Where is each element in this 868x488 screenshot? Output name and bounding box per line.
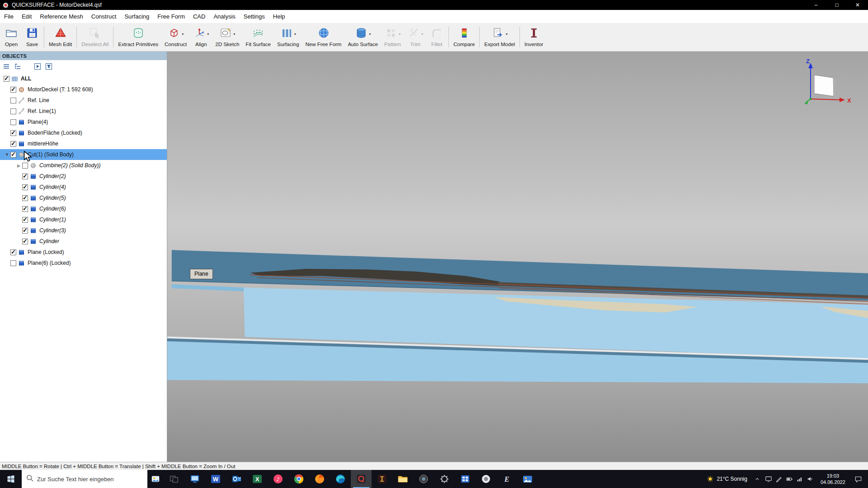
menu-construct[interactable]: Construct xyxy=(87,10,121,23)
checkbox-checked[interactable] xyxy=(22,206,28,212)
checkbox-checked[interactable] xyxy=(10,141,16,147)
taskbar-clock[interactable]: 19:03 04.06.2022 xyxy=(816,473,849,486)
tree-item-all[interactable]: ALL xyxy=(0,73,167,84)
checkbox-checked[interactable] xyxy=(22,239,28,244)
tree-item-ref-line[interactable]: Ref. Line xyxy=(0,95,167,106)
tree-item-cylinder-4[interactable]: Cylinder(4) xyxy=(0,182,167,192)
surfacing-button[interactable]: ▾Surfacing xyxy=(274,23,302,51)
save-button[interactable]: Save xyxy=(22,23,42,51)
menu-free-form[interactable]: Free Form xyxy=(153,10,189,23)
tree-item-plane-4[interactable]: Plane(4) xyxy=(0,117,167,127)
task-view-taskbar-button[interactable] xyxy=(164,470,184,488)
tree-item-ref-line-1[interactable]: Ref. Line(1) xyxy=(0,106,167,117)
list-view-icon[interactable] xyxy=(2,62,10,70)
excel-taskbar-button[interactable]: X xyxy=(247,470,268,488)
search-highlights-icon[interactable] xyxy=(147,470,164,488)
extract-primitives-button[interactable]: Extract Primitives xyxy=(115,23,161,51)
tree-item-cylinder-2[interactable]: Cylinder(2) xyxy=(0,171,167,182)
tree-item-bodenfläche-locked[interactable]: BodenFläche (Locked) xyxy=(0,127,167,138)
auto-surface-button[interactable]: ▾Auto Surface xyxy=(344,23,381,51)
minimize-button[interactable]: – xyxy=(806,0,826,10)
dropdown-arrow-icon[interactable]: ▾ xyxy=(207,32,209,36)
gear-app-taskbar-button[interactable] xyxy=(434,470,455,488)
tree-item-mittlerehöhe[interactable]: mittlereHöhe xyxy=(0,138,167,149)
menu-surfacing[interactable]: Surfacing xyxy=(120,10,153,23)
dark-circle-app-taskbar-button[interactable] xyxy=(413,470,434,488)
white-circle-app-taskbar-button[interactable] xyxy=(476,470,496,488)
checkbox-checked[interactable] xyxy=(10,130,16,136)
chrome-taskbar-button[interactable] xyxy=(288,470,309,488)
export-model-button[interactable]: ▾Export Model xyxy=(481,23,518,51)
word-taskbar-button[interactable]: W xyxy=(205,470,226,488)
inventor-app-taskbar-button[interactable] xyxy=(372,470,392,488)
orientation-triad[interactable]: Z X xyxy=(801,57,861,110)
tree-item-cylinder[interactable]: Cylinder xyxy=(0,236,167,247)
construct-button[interactable]: ▾Construct xyxy=(161,23,190,51)
plane-drag-label[interactable]: Plane xyxy=(190,269,213,279)
explorer-taskbar-button[interactable] xyxy=(392,470,413,488)
checkbox-checked[interactable] xyxy=(10,249,16,255)
menu-help[interactable]: Help xyxy=(269,10,289,23)
tree-item-cylinder-5[interactable]: Cylinder(5) xyxy=(0,192,167,203)
pen-icon[interactable] xyxy=(774,470,784,488)
tree-item-motordeckel-t-1-592-608[interactable]: MotorDeckel (T: 1 592 608) xyxy=(0,84,167,95)
checkbox-checked[interactable] xyxy=(22,217,28,223)
filter-icon[interactable] xyxy=(45,62,53,70)
expander-open-icon[interactable]: ▼ xyxy=(4,152,10,157)
taskbar-search[interactable] xyxy=(22,470,147,488)
blue-window-app-taskbar-button[interactable] xyxy=(455,470,476,488)
fit-surface-button[interactable]: Fit Surface xyxy=(242,23,274,51)
tree-item-plane-6-locked[interactable]: Plane(6) (Locked) xyxy=(0,258,167,268)
menu-cad[interactable]: CAD xyxy=(189,10,209,23)
expander-closed-icon[interactable]: ▶ xyxy=(15,163,22,168)
tree-item-cylinder-6[interactable]: Cylinder(6) xyxy=(0,203,167,214)
tree-item-cut-1-solid-body[interactable]: ▼Cut(1) (Solid Body) xyxy=(0,149,167,160)
checkbox-checked[interactable] xyxy=(4,76,9,82)
outlook-taskbar-button[interactable] xyxy=(226,470,247,488)
mesh-edit-button[interactable]: Mesh Edit xyxy=(46,23,75,51)
dropdown-arrow-icon[interactable]: ▾ xyxy=(294,32,296,36)
edge-taskbar-button[interactable] xyxy=(330,470,351,488)
menu-reference-mesh[interactable]: Reference Mesh xyxy=(36,10,87,23)
tree-item-plane-locked[interactable]: Plane (Locked) xyxy=(0,247,167,258)
music-taskbar-button[interactable]: ♪ xyxy=(268,470,288,488)
tray-chevron-up-icon[interactable] xyxy=(752,470,763,488)
compare-button[interactable]: Compare xyxy=(450,23,478,51)
open-button[interactable]: Open xyxy=(1,23,22,51)
start-button[interactable] xyxy=(0,470,22,488)
checkbox-checked[interactable] xyxy=(22,174,28,179)
checkbox-unchecked[interactable] xyxy=(10,119,16,125)
taskbar-weather[interactable]: 21°C Sonnig xyxy=(703,475,751,483)
2d-sketch-button[interactable]: ▾2D Sketch xyxy=(212,23,242,51)
dropdown-arrow-icon[interactable]: ▾ xyxy=(369,32,371,36)
dropdown-arrow-icon[interactable]: ▾ xyxy=(233,32,235,36)
maximize-button[interactable]: □ xyxy=(826,0,847,10)
tree-view-icon[interactable] xyxy=(14,62,22,70)
volume-icon[interactable] xyxy=(805,470,816,488)
search-input[interactable] xyxy=(37,476,143,483)
tree-item-cylinder-1[interactable]: Cylinder(1) xyxy=(0,214,167,225)
display-icon[interactable] xyxy=(764,470,774,488)
tree-item-combine-2-solid-body[interactable]: ▶Combine(2) (Solid Body)) xyxy=(0,160,167,171)
e-app-taskbar-button[interactable]: E xyxy=(496,470,517,488)
firefox-taskbar-button[interactable] xyxy=(309,470,330,488)
network-icon[interactable] xyxy=(795,470,805,488)
checkbox-checked[interactable] xyxy=(22,195,28,201)
new-free-form-button[interactable]: New Free Form xyxy=(302,23,345,51)
dropdown-arrow-icon[interactable]: ▾ xyxy=(182,32,184,36)
inventor-button[interactable]: Inventor xyxy=(521,23,547,51)
checkbox-checked[interactable] xyxy=(10,152,16,158)
close-button[interactable]: ✕ xyxy=(847,0,868,10)
checkbox-checked[interactable] xyxy=(22,184,28,190)
quicksurface-taskbar-button[interactable] xyxy=(351,470,372,488)
align-button[interactable]: ▾Align xyxy=(190,23,212,51)
menu-analysis[interactable]: Analysis xyxy=(209,10,239,23)
checkbox-unchecked[interactable] xyxy=(10,98,16,103)
battery-icon[interactable] xyxy=(784,470,795,488)
menu-edit[interactable]: Edit xyxy=(18,10,36,23)
checkbox-unchecked[interactable] xyxy=(22,163,28,169)
menu-file[interactable]: File xyxy=(0,10,18,23)
3d-viewport[interactable]: Plane Z X xyxy=(167,52,868,462)
dropdown-arrow-icon[interactable]: ▾ xyxy=(506,32,508,36)
tree-item-cylinder-3[interactable]: Cylinder(3) xyxy=(0,225,167,236)
